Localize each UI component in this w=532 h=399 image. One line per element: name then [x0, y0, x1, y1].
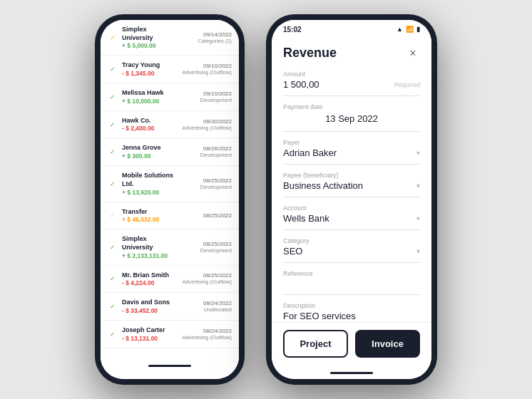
tx-info: Transfer + $ 46,532.00: [122, 208, 178, 224]
table-row[interactable]: ✓ Hawk Co. - $ 2,400.00 08/30/2022 Adver…: [101, 111, 239, 139]
modal-title: Revenue: [283, 46, 337, 61]
table-row[interactable]: ✓ Simplex University + $ 2,133,131.00 08…: [101, 229, 239, 265]
category-field[interactable]: Category SEO ▾: [283, 237, 420, 263]
tx-amount: - $ 4,224.00: [122, 279, 178, 286]
reference-field[interactable]: Reference: [283, 270, 420, 295]
description-label: Description: [283, 302, 420, 309]
account-field[interactable]: Account Wells Bank ▾: [283, 204, 420, 230]
payer-field[interactable]: Payer Adrian Baker ▾: [283, 139, 420, 165]
tx-meta: 08/25/2022 Development: [178, 241, 232, 254]
check-icon: ✓: [108, 66, 118, 73]
tx-name: Mr. Brian Smith: [122, 271, 178, 280]
check-icon: ✓: [108, 244, 118, 251]
tx-category: Advertising (Outflow): [178, 334, 232, 341]
tx-name: Simplex University: [122, 26, 178, 42]
status-bar: 15:02 ▲ 📶 ▮: [272, 20, 431, 37]
table-row[interactable]: ✓ Melissa Hawk + $ 10,000.00 09/10/2022 …: [101, 83, 239, 111]
tx-meta: 09/10/2022 Development: [178, 90, 232, 103]
payee-value: Business Activation: [283, 180, 363, 191]
reference-value: [283, 279, 420, 289]
battery-icon: ▮: [416, 26, 420, 33]
check-icon: ✓: [108, 121, 118, 128]
check-icon: ✓: [108, 180, 118, 187]
table-row[interactable]: ✓ Joseph Carter - $ 13,131.00 08/24/2022…: [101, 321, 239, 348]
tx-meta: 09/14/2022 Categories (2): [178, 31, 232, 44]
tx-name: Davis and Sons: [122, 299, 178, 307]
tx-date: 08/25/2022: [178, 212, 232, 219]
left-phone: ✓ Simplex University + $ 5,000.00 09/14/…: [95, 14, 245, 385]
payment-date-value: 13 Sep 2022: [283, 112, 420, 125]
table-row[interactable]: ✓ Jenna Grove + $ 300.00 08/26/2022 Deve…: [101, 138, 239, 166]
tx-info: Davis and Sons - $ 33,452.00: [122, 299, 178, 314]
tx-date: 09/14/2022: [178, 31, 232, 38]
modal-header: Revenue ×: [283, 46, 420, 61]
check-icon: ✓: [108, 212, 118, 219]
tx-category: Development: [178, 152, 232, 158]
revenue-modal: Revenue × Amount 1 500,00 Required Payme…: [272, 37, 431, 322]
right-phone: 15:02 ▲ 📶 ▮ Revenue × Amount 1 500,00 Re…: [266, 14, 437, 385]
table-row[interactable]: ✓ Mobile Solutions Ltd. + $ 13,920.00 08…: [101, 166, 239, 202]
tx-meta: 08/30/2022 Advertising (Outflow): [178, 118, 232, 131]
table-row[interactable]: ✓ Transfer + $ 46,532.00 08/25/2022: [101, 202, 239, 230]
check-icon: ✓: [108, 148, 118, 155]
payee-label: Payee (beneficiary): [283, 172, 420, 179]
tx-amount: + $ 5,000.00: [122, 42, 178, 49]
payee-field[interactable]: Payee (beneficiary) Business Activation …: [283, 172, 420, 197]
tx-category: Advertising (Outflow): [178, 69, 232, 76]
payee-row: Business Activation ▾: [283, 180, 420, 191]
tx-name: Mobile Solutions Ltd.: [122, 172, 178, 188]
tx-date: 08/25/2022: [178, 272, 232, 279]
tx-name: Jenna Grove: [122, 144, 178, 152]
tx-meta: 08/24/2022 Advertising (Outflow): [178, 328, 232, 341]
amount-row: 1 500,00 Required: [283, 79, 420, 90]
close-button[interactable]: ×: [406, 46, 420, 61]
amount-hint: Required: [394, 81, 420, 88]
tx-name: Melissa Hawk: [122, 89, 178, 98]
chevron-down-icon: ▾: [416, 149, 420, 157]
tx-category: Development: [178, 97, 232, 103]
tx-date: 09/10/2022: [178, 90, 232, 97]
payment-date-label: Payment date: [283, 103, 420, 110]
tx-meta: 08/25/2022: [178, 212, 232, 219]
wifi-icon: 📶: [406, 26, 414, 33]
table-row[interactable]: ✓ Tracy Young - $ 1,345.00 09/10/2022 Ad…: [101, 56, 239, 83]
description-field[interactable]: Description For SEO services: [283, 302, 420, 322]
signal-icon: ▲: [397, 26, 403, 33]
home-indicator-right: [272, 366, 431, 379]
amount-label: Amount: [283, 71, 420, 78]
tx-name: Transfer: [122, 208, 178, 217]
tx-date: 08/24/2022: [178, 328, 232, 334]
transaction-list[interactable]: ✓ Simplex University + $ 5,000.00 09/14/…: [101, 20, 239, 379]
payer-label: Payer: [283, 139, 420, 146]
tx-info: Mobile Solutions Ltd. + $ 13,920.00: [122, 172, 178, 195]
tx-info: Tracy Young - $ 1,345.00: [122, 61, 178, 77]
table-row[interactable]: ✓ Davis and Sons - $ 33,452.00 08/24/202…: [101, 293, 239, 321]
amount-field[interactable]: Amount 1 500,00 Required: [283, 71, 420, 96]
tx-info: Mr. Brian Smith - $ 4,224.00: [122, 271, 178, 287]
left-screen: ✓ Simplex University + $ 5,000.00 09/14/…: [101, 20, 239, 379]
category-value: SEO: [283, 246, 302, 256]
chevron-down-icon-3: ▾: [416, 214, 420, 222]
tx-info: Jenna Grove + $ 300.00: [122, 144, 178, 160]
table-row[interactable]: ✓ Simplex University + $ 5,000.00 09/14/…: [101, 20, 239, 56]
tx-amount: - $ 2,400.00: [122, 125, 178, 132]
tx-category: Unallocated: [178, 306, 232, 313]
table-row[interactable]: ✓ Mr. Brian Smith - $ 4,224.00 08/25/202…: [101, 266, 239, 294]
status-time: 15:02: [283, 26, 302, 33]
tx-amount: + $ 10,000.00: [122, 98, 178, 105]
tx-info: Simplex University + $ 5,000.00: [122, 26, 178, 49]
project-button[interactable]: Project: [283, 330, 348, 358]
tx-amount: - $ 13,131.00: [122, 335, 178, 342]
tx-date: 08/30/2022: [178, 118, 232, 125]
payment-date-field[interactable]: Payment date 13 Sep 2022: [283, 103, 420, 132]
tx-info: Simplex University + $ 2,133,131.00: [122, 235, 178, 259]
home-indicator: [101, 359, 239, 372]
check-icon: ✓: [108, 275, 118, 282]
tx-category: Development: [178, 247, 232, 254]
tx-amount: + $ 13,920.00: [122, 189, 178, 196]
account-value: Wells Bank: [283, 213, 329, 224]
tx-name: Hawk Co.: [122, 117, 178, 125]
category-row: SEO ▾: [283, 246, 420, 256]
invoice-button[interactable]: Invoice: [355, 330, 420, 358]
account-row: Wells Bank ▾: [283, 213, 420, 224]
